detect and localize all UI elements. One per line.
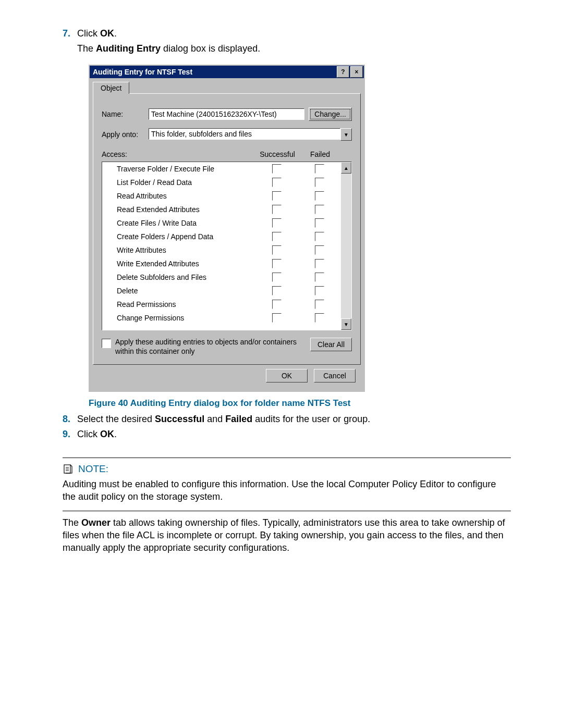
step-text: Click OK. [77, 28, 511, 39]
col-successful: Successful [256, 150, 299, 158]
name-field[interactable]: Test Machine (240015162326XY-\Test) [149, 108, 304, 120]
apply-onto-label: Apply onto: [102, 130, 149, 139]
failed-checkbox[interactable] [315, 286, 324, 295]
text: and [204, 414, 225, 424]
failed-checkbox[interactable] [315, 205, 324, 214]
successful-checkbox[interactable] [272, 273, 282, 282]
note-separator-top [63, 458, 511, 458]
permission-row: Create Folders / Append Data [102, 230, 341, 243]
failed-checkbox[interactable] [315, 313, 324, 323]
close-icon: × [354, 68, 358, 76]
step-7-followup: The Auditing Entry dialog box is display… [77, 43, 511, 54]
apply-recursive-checkbox[interactable] [102, 339, 111, 348]
permission-name: Read Extended Attributes [102, 205, 255, 214]
successful-checkbox[interactable] [272, 205, 282, 214]
auditing-entry-dialog: Auditing Entry for NTSF Test ? × Object … [89, 65, 365, 392]
successful-checkbox[interactable] [272, 178, 282, 187]
tab-panel: Name: Test Machine (240015162326XY-\Test… [93, 93, 361, 365]
dialog-title: Auditing Entry for NTSF Test [93, 68, 192, 76]
successful-checkbox[interactable] [272, 259, 282, 268]
text: audits for the user or group. [252, 414, 370, 424]
failed-checkbox[interactable] [315, 300, 324, 309]
successful-checkbox[interactable] [272, 300, 282, 309]
permission-name: Delete Subfolders and Files [102, 273, 255, 281]
permission-name: Create Files / Write Data [102, 219, 255, 227]
note-heading: NOTE: [78, 463, 108, 475]
successful-checkbox[interactable] [272, 313, 282, 323]
permission-row: Write Extended Attributes [102, 257, 341, 270]
failed-checkbox[interactable] [315, 232, 324, 241]
step-text: Select the desired Successful and Failed… [77, 414, 511, 425]
permission-row: Delete Subfolders and Files [102, 270, 341, 284]
permission-name: Write Attributes [102, 246, 255, 254]
permission-name: Change Permissions [102, 314, 255, 322]
text: Click [77, 429, 100, 439]
scroll-track[interactable] [341, 174, 351, 318]
name-label: Name: [102, 110, 149, 118]
failed-checkbox[interactable] [315, 218, 324, 228]
dialog-actions: OK Cancel [93, 365, 361, 388]
dialog-titlebar[interactable]: Auditing Entry for NTSF Test ? × [90, 66, 364, 78]
failed-checkbox[interactable] [315, 259, 324, 268]
owner-paragraph: The Owner tab allows taking ownership of… [63, 516, 511, 554]
scroll-up-button[interactable]: ▲ [341, 162, 351, 174]
text: The [77, 43, 96, 54]
access-header: Access: Successful Failed [102, 150, 352, 158]
apply-onto-dropdown[interactable]: This folder, subfolders and files ▼ [149, 128, 352, 141]
bold: OK [100, 429, 114, 439]
successful-checkbox[interactable] [272, 286, 282, 295]
step-8: 8. Select the desired Successful and Fai… [63, 414, 511, 425]
bold: OK [100, 28, 114, 39]
step-text: The Auditing Entry dialog box is display… [77, 43, 511, 54]
close-button[interactable]: × [350, 66, 363, 78]
scrollbar[interactable]: ▲ ▼ [341, 162, 351, 330]
failed-checkbox[interactable] [315, 164, 324, 174]
step-number: 8. [63, 414, 77, 425]
successful-checkbox[interactable] [272, 218, 282, 228]
page: 7. Click OK. The Auditing Entry dialog b… [0, 0, 563, 728]
successful-checkbox[interactable] [272, 245, 282, 255]
note-separator-bottom [63, 511, 511, 511]
bold: Owner [81, 517, 111, 528]
name-row: Name: Test Machine (240015162326XY-\Test… [102, 107, 352, 121]
failed-checkbox[interactable] [315, 178, 324, 187]
text: Select the desired [77, 414, 155, 424]
permissions-list[interactable]: Traverse Folder / Execute FileList Folde… [102, 162, 341, 330]
failed-checkbox[interactable] [315, 273, 324, 282]
failed-checkbox[interactable] [315, 245, 324, 255]
permission-row: Traverse Folder / Execute File [102, 162, 341, 176]
help-icon: ? [341, 68, 345, 76]
permission-row: Write Attributes [102, 243, 341, 257]
clear-all-button[interactable]: Clear All [310, 338, 352, 351]
step-7: 7. Click OK. [63, 28, 511, 39]
text: The [63, 517, 81, 528]
cancel-button[interactable]: Cancel [314, 369, 356, 382]
permission-row: Read Attributes [102, 189, 341, 203]
bold: Failed [225, 414, 252, 424]
ok-button[interactable]: OK [266, 369, 308, 382]
permission-row: Read Extended Attributes [102, 203, 341, 216]
tab-object[interactable]: Object [93, 82, 129, 94]
figure-caption: Figure 40 Auditing Entry dialog box for … [89, 398, 511, 409]
help-button[interactable]: ? [337, 66, 349, 78]
chevron-down-icon[interactable]: ▼ [340, 128, 352, 141]
successful-checkbox[interactable] [272, 191, 282, 201]
apply-onto-value: This folder, subfolders and files [149, 128, 340, 140]
text: tab allows taking ownership of files. Ty… [63, 517, 505, 553]
text: . [114, 28, 117, 39]
successful-checkbox[interactable] [272, 164, 282, 174]
failed-checkbox[interactable] [315, 191, 324, 201]
step-text: Click OK. [77, 429, 511, 440]
dialog-body: Object Name: Test Machine (240015162326X… [90, 78, 364, 391]
step-number: 9. [63, 429, 77, 440]
permission-row: List Folder / Read Data [102, 176, 341, 189]
change-button[interactable]: Change... [309, 107, 352, 121]
successful-checkbox[interactable] [272, 232, 282, 241]
scroll-down-button[interactable]: ▼ [341, 318, 351, 330]
permission-row: Create Files / Write Data [102, 216, 341, 230]
permission-row: Delete [102, 284, 341, 298]
apply-onto-row: Apply onto: This folder, subfolders and … [102, 128, 352, 141]
permission-row: Read Permissions [102, 298, 341, 311]
note-body: Auditing must be enabled to configure th… [63, 478, 511, 503]
permission-row: Change Permissions [102, 311, 341, 325]
